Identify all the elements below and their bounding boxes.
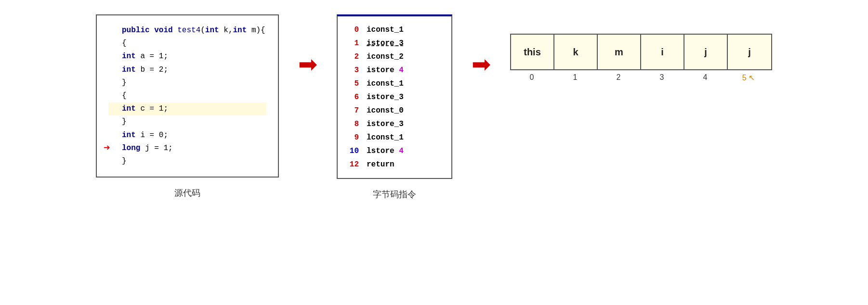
bytecode-caption: 字节码指令 — [373, 189, 416, 200]
bytecode-row: 9lconst_1 — [347, 131, 438, 144]
lv-index: 2 — [597, 73, 640, 82]
bytecode-row: 2iconst_2 — [347, 50, 438, 64]
bc-index: 8 — [347, 117, 359, 131]
bc-index: 5 — [347, 77, 359, 90]
bc-instruction: iconst_1 — [367, 23, 404, 37]
code-line: public void test4(int k,int m){ — [108, 24, 266, 37]
bytecode-row: 6istore_3 — [347, 90, 438, 104]
bc-index: 3 — [347, 64, 359, 77]
source-code-box: public void test4(int k,int m){ { int a … — [96, 14, 279, 178]
arrow-to-bytecode: ➡ — [298, 53, 317, 76]
lv-cell: k — [554, 35, 598, 69]
bytecode-row: 3istore 4 — [347, 64, 438, 77]
source-code-section: public void test4(int k,int m){ { int a … — [96, 14, 279, 199]
code-line: } — [108, 155, 266, 168]
lv-index: 0 — [510, 73, 553, 82]
local-var-table-wrap: thiskmijj 012345 ↖ — [510, 34, 772, 82]
code-line: int c = 1; — [108, 102, 266, 115]
bytecode-row: 8istore_3 — [347, 117, 438, 131]
bc-instruction: return — [367, 158, 395, 171]
code-line: } — [108, 76, 266, 89]
local-var-table: thiskmijj — [510, 34, 772, 70]
lv-index: 3 — [640, 73, 684, 82]
code-line: ➜ long j = 1; — [108, 142, 266, 155]
bytecode-row: 7iconst_0 — [347, 104, 438, 117]
arrow-to-localvars: ➡ — [472, 53, 491, 76]
code-line: { — [108, 89, 266, 102]
bytecode-row: 5iconst_1 — [347, 77, 438, 90]
bc-instruction: istore_3 — [367, 37, 404, 50]
bytecode-row: 1istore_3 — [347, 37, 438, 50]
bc-instruction: istore 4 — [367, 64, 404, 77]
bc-instruction: iconst_0 — [367, 104, 404, 117]
code-line: int i = 0; — [108, 129, 266, 142]
bytecode-row: 10lstore 4 — [347, 144, 438, 158]
bc-instruction: iconst_1 — [367, 77, 404, 90]
bc-index: 10 — [347, 144, 359, 158]
bc-instruction: istore_3 — [367, 117, 404, 131]
lv-index: 5 ↖ — [727, 73, 770, 82]
lv-cell: j — [728, 35, 771, 69]
bytecode-box: 0iconst_11istore_32iconst_23istore 45ico… — [337, 14, 452, 179]
bc-instruction: istore_3 — [367, 90, 404, 104]
bytecode-row: 12return — [347, 158, 438, 171]
bc-index: 12 — [347, 158, 359, 171]
code-line: { — [108, 37, 266, 50]
bytecode-row: 0iconst_1 — [347, 23, 438, 37]
lv-indices: 012345 ↖ — [510, 73, 770, 82]
bc-instruction: lconst_1 — [367, 131, 404, 144]
source-code-caption: 源代码 — [174, 187, 200, 199]
code-line: int b = 2; — [108, 64, 266, 76]
bc-instruction: lstore 4 — [367, 144, 404, 158]
bc-index: 0 — [347, 23, 359, 37]
bc-index: 2 — [347, 50, 359, 64]
bytecode-section: 0iconst_11istore_32iconst_23istore 45ico… — [337, 14, 452, 200]
bc-index: 6 — [347, 90, 359, 104]
lv-cell: m — [598, 35, 641, 69]
local-vars-section: thiskmijj 012345 ↖ — [510, 14, 772, 82]
bc-index: 9 — [347, 131, 359, 144]
lv-index: 1 — [553, 73, 597, 82]
lv-cell: j — [684, 35, 728, 69]
code-line: int a = 1; — [108, 50, 266, 63]
lv-cell: this — [511, 35, 554, 69]
code-line: } — [108, 115, 266, 128]
lv-cell: i — [641, 35, 684, 69]
lv-index: 4 — [684, 73, 727, 82]
bc-index: 1 — [347, 37, 359, 50]
bc-instruction: iconst_2 — [367, 50, 404, 64]
bc-index: 7 — [347, 104, 359, 117]
